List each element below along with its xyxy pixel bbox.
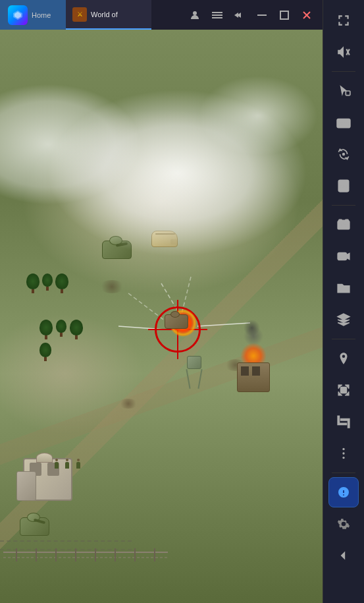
crop-button[interactable] xyxy=(328,407,359,437)
tank-body-2 xyxy=(20,517,49,536)
title-bar-controls xyxy=(184,5,323,26)
keyboard-icon xyxy=(336,115,351,130)
apk-icon: APK xyxy=(336,179,351,193)
layers-icon xyxy=(336,312,351,327)
svg-point-37 xyxy=(342,153,345,156)
game-viewport[interactable] xyxy=(0,30,323,603)
fullscreen-icon xyxy=(336,13,351,28)
pointer-button[interactable] xyxy=(328,76,359,106)
tree-3 xyxy=(70,320,83,339)
tab-home[interactable]: Home xyxy=(0,0,66,30)
tower-top xyxy=(187,356,201,369)
fullscreen-button[interactable] xyxy=(328,5,359,36)
files-button[interactable] xyxy=(328,273,359,303)
settings-icon xyxy=(336,517,351,531)
soldier-3 xyxy=(76,462,80,469)
soldier-1 xyxy=(55,462,59,469)
sidebar-divider-4 xyxy=(332,473,355,473)
svg-point-45 xyxy=(342,457,344,459)
base-compound xyxy=(13,438,92,524)
svg-rect-41 xyxy=(338,253,346,260)
soldier-2 xyxy=(65,462,69,469)
tree-group-upper-left xyxy=(26,273,68,293)
bluestacks-logo xyxy=(8,5,28,25)
tree-group-left xyxy=(39,320,86,361)
svg-rect-5 xyxy=(212,17,222,18)
defensive-structures xyxy=(3,547,168,563)
supply-tower xyxy=(184,356,204,389)
game-tab-icon: ⚔ xyxy=(72,7,87,22)
more-icon xyxy=(336,446,351,461)
base-wing-building xyxy=(16,471,36,501)
profile-button[interactable] xyxy=(184,5,205,26)
tower-legs xyxy=(184,369,204,389)
settings-button[interactable] xyxy=(328,509,359,539)
tank-body-1 xyxy=(102,241,132,259)
heli-body xyxy=(151,231,178,247)
resize-button[interactable] xyxy=(328,375,359,405)
close-button[interactable] xyxy=(296,5,317,26)
svg-point-43 xyxy=(342,448,344,450)
back-nav-button[interactable] xyxy=(229,5,250,26)
screenshot-button[interactable] xyxy=(328,210,359,240)
screenshot-icon xyxy=(336,217,351,232)
back-button[interactable] xyxy=(328,540,359,571)
burning-building xyxy=(237,339,276,392)
sidebar-divider-1 xyxy=(332,71,355,72)
crop-icon xyxy=(336,415,351,429)
tree-4 xyxy=(39,343,51,361)
target-tank xyxy=(165,314,191,331)
resize-icon xyxy=(336,383,351,397)
svg-rect-42 xyxy=(341,388,347,393)
svg-text:APK: APK xyxy=(340,184,350,188)
keyboard-button[interactable] xyxy=(328,107,359,138)
tank-unit-2 xyxy=(20,517,53,537)
svg-point-44 xyxy=(342,452,344,454)
help-icon xyxy=(337,486,350,499)
record-button[interactable] xyxy=(328,241,359,272)
mute-icon xyxy=(336,45,351,59)
folder-icon xyxy=(336,281,351,295)
back-icon xyxy=(336,548,351,563)
crater-1 xyxy=(99,280,125,293)
svg-rect-3 xyxy=(212,12,222,13)
camera-rotate-button[interactable] xyxy=(328,139,359,169)
sidebar-divider-3 xyxy=(332,339,355,339)
pointer-icon xyxy=(336,84,351,98)
help-button[interactable] xyxy=(328,477,359,507)
mute-button[interactable] xyxy=(328,37,359,67)
building-base xyxy=(237,362,270,392)
tree-1 xyxy=(39,320,53,339)
svg-rect-4 xyxy=(212,14,222,16)
tab-game[interactable]: ⚔ World of xyxy=(66,0,151,30)
maximize-button[interactable] xyxy=(274,5,295,26)
svg-point-40 xyxy=(342,223,346,228)
fence-svg xyxy=(3,547,168,563)
svg-rect-6 xyxy=(257,14,267,16)
svg-rect-27 xyxy=(346,91,350,96)
game-tab-label: World of xyxy=(91,11,118,18)
heli-unit xyxy=(151,231,184,257)
game-scene xyxy=(0,30,323,603)
tank-unit-1 xyxy=(102,241,138,264)
tree-2 xyxy=(56,320,66,339)
infantry-group xyxy=(53,459,82,471)
menu-button[interactable] xyxy=(207,5,228,26)
more-options-button[interactable] xyxy=(328,438,359,469)
camera-rotate-icon xyxy=(336,147,351,161)
location-button[interactable] xyxy=(328,343,359,374)
multi-instance-button[interactable] xyxy=(328,304,359,335)
record-icon xyxy=(336,249,351,264)
svg-rect-28 xyxy=(337,119,350,128)
minimize-button[interactable] xyxy=(251,5,273,26)
home-tab-label: Home xyxy=(32,11,51,19)
svg-point-2 xyxy=(193,11,197,15)
crater-3 xyxy=(118,399,138,409)
svg-rect-7 xyxy=(280,11,288,19)
tank-barrel-2 xyxy=(34,519,45,525)
sidebar-divider-2 xyxy=(332,205,355,206)
sidebar: APK xyxy=(323,0,364,603)
title-bar: Home ⚔ World of xyxy=(0,0,323,30)
location-icon xyxy=(336,351,351,366)
apk-install-button[interactable]: APK xyxy=(328,171,359,201)
